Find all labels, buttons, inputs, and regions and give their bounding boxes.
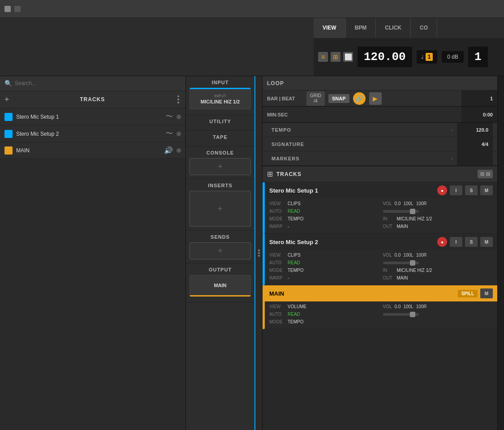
tab-bpm[interactable]: BPM bbox=[346, 18, 376, 38]
auto-label-main: AUTO bbox=[269, 312, 285, 317]
track-1-view-row: VIEW CLIPS bbox=[269, 200, 379, 207]
grid-label: GRID bbox=[310, 93, 321, 99]
track-waveform-icon: 〜 bbox=[166, 112, 173, 121]
track-color bbox=[4, 146, 13, 155]
tracks-more-menu[interactable] bbox=[176, 94, 181, 105]
input-slot[interactable]: INPUT MIC/LINE HIZ 1/2 bbox=[190, 88, 251, 109]
meter-icon: ♩ bbox=[421, 54, 424, 60]
loop-label: LOOP bbox=[267, 80, 284, 86]
tab-click[interactable]: CLICK bbox=[376, 18, 411, 38]
tracks-title: TRACKS bbox=[80, 96, 105, 103]
inserts-section-title: INSERTS bbox=[190, 183, 251, 188]
inserts-add-button[interactable]: + bbox=[190, 191, 251, 227]
bar-beat-label: BAR | BEAT bbox=[267, 96, 303, 101]
spill-button[interactable]: SPILL bbox=[458, 290, 478, 297]
in-label: IN bbox=[383, 216, 394, 221]
snap-button[interactable]: SNAP bbox=[328, 94, 349, 103]
auto-label: AUTO bbox=[269, 209, 285, 214]
main-volume-slider[interactable] bbox=[383, 313, 419, 316]
output-slot-value: MAIN bbox=[214, 283, 226, 288]
track-2-params: VIEW CLIPS VOL 0.0 100L 100R AUTO READ bbox=[265, 250, 497, 285]
vol-label-main: VOL bbox=[383, 304, 392, 309]
vol-label: VOL bbox=[383, 201, 392, 206]
bar-beat-row: BAR | BEAT GRID /4 SNAP 🔗 ▶ 1 bbox=[263, 90, 497, 107]
track-1-record-button[interactable]: ● bbox=[437, 185, 447, 195]
add-track-button[interactable]: + bbox=[4, 95, 9, 104]
channel-strip-panel: INPUT INPUT MIC/LINE HIZ 1/2 UTILITY TAP… bbox=[186, 76, 255, 430]
view-label: VIEW bbox=[269, 201, 285, 206]
main-mode-value: TEMPO bbox=[288, 319, 304, 324]
track-2-vol: 0.0 bbox=[395, 253, 401, 258]
input-slot-label: INPUT bbox=[214, 94, 226, 98]
track-1-mute-button[interactable]: M bbox=[480, 185, 493, 195]
markers-label: MARKERS bbox=[271, 156, 451, 161]
track-2-solo-button[interactable]: S bbox=[465, 237, 478, 247]
track-1-volume-slider[interactable] bbox=[383, 210, 419, 213]
signature-label: SIGNATURE bbox=[271, 142, 452, 147]
track-2-volume-slider[interactable] bbox=[383, 262, 419, 264]
track-2-vol-row: VOL 0.0 100L 100R bbox=[383, 252, 493, 258]
track-2-mode-value: TEMPO bbox=[288, 268, 304, 273]
main-auto-value: READ bbox=[288, 312, 300, 317]
grid-control[interactable]: GRID /4 bbox=[306, 91, 325, 106]
output-slot[interactable]: MAIN bbox=[190, 275, 251, 297]
markers-row: MARKERS › bbox=[263, 151, 497, 166]
bpm-display[interactable]: 120.00 bbox=[358, 47, 412, 67]
track-1-vol: 0.0 bbox=[395, 201, 401, 206]
tab-view[interactable]: VIEW bbox=[314, 18, 346, 38]
db-control[interactable]: 0 dB bbox=[442, 51, 464, 63]
arrow-button[interactable]: ▶ bbox=[369, 92, 382, 105]
toolbar-controls: ≡ ⊞ ⬜ 120.00 ♩ 1 0 dB 1 bbox=[314, 38, 504, 76]
grid-icon[interactable]: ⊞ bbox=[331, 52, 340, 62]
track-status-dot bbox=[177, 148, 181, 153]
track-waveform-icon: 🔊 bbox=[164, 146, 173, 155]
time-position: 0:00 bbox=[483, 112, 493, 117]
view-label-2: VIEW bbox=[269, 253, 285, 258]
main-mute-button[interactable]: M bbox=[480, 288, 493, 298]
view-label-main: VIEW bbox=[269, 304, 285, 309]
channel-input-section: INPUT INPUT MIC/LINE HIZ 1/2 bbox=[186, 76, 254, 115]
track-1-input-value: MIC/LINE HIZ 1/2 bbox=[397, 216, 432, 221]
track-item[interactable]: MAIN 🔊 bbox=[0, 142, 185, 159]
track-1-solo-button[interactable]: S bbox=[465, 185, 478, 195]
min-sec-label: MIN:SEC bbox=[267, 112, 303, 117]
minimize-button[interactable] bbox=[4, 6, 11, 12]
utility-section-title: UTILITY bbox=[190, 119, 251, 124]
console-add-button[interactable]: + bbox=[190, 158, 251, 175]
track-2-vol-l: 100L bbox=[403, 253, 413, 258]
toolbar-tabs: VIEW BPM CLICK CO bbox=[314, 18, 504, 38]
track-name: MAIN bbox=[16, 147, 160, 154]
track-status-dot bbox=[177, 132, 181, 136]
vol-label-2: VOL bbox=[383, 253, 392, 258]
sends-add-button[interactable]: + bbox=[190, 242, 251, 259]
main-track-params: VIEW VOLUME VOL 0.0 100L 100R AUTO READ bbox=[265, 301, 497, 329]
tab-co[interactable]: CO bbox=[411, 18, 437, 38]
track-1-input-button[interactable]: I bbox=[450, 185, 462, 195]
min-sec-row: MIN:SEC 0:00 bbox=[263, 107, 497, 123]
track-item[interactable]: Stero Mic Setup 2 〜 bbox=[0, 125, 185, 142]
transport-icons: ≡ ⊞ ⬜ bbox=[318, 52, 353, 62]
auto-label-2: AUTO bbox=[269, 260, 285, 265]
meter-control[interactable]: ♩ 1 bbox=[417, 50, 438, 64]
tracks-header: + TRACKS bbox=[0, 91, 185, 108]
toolbar-right: VIEW BPM CLICK CO ≡ ⊞ ⬜ 120.00 ♩ 1 0 bbox=[314, 18, 504, 76]
link-button[interactable]: 🔗 bbox=[353, 92, 366, 105]
track-2-input-button[interactable]: I bbox=[450, 237, 462, 247]
channel-console-section: CONSOLE + bbox=[186, 146, 254, 179]
mixer-track-main: MAIN SPILL M VIEW VOLUME VOL 0.0 100L bbox=[263, 285, 497, 329]
list-icon[interactable]: ≡ bbox=[318, 52, 328, 62]
track-2-record-button[interactable]: ● bbox=[437, 237, 447, 247]
resize-handle[interactable] bbox=[255, 76, 263, 430]
console-section-title: CONSOLE bbox=[190, 150, 251, 155]
maximize-button[interactable] bbox=[14, 6, 21, 12]
track-1-warp-value: - bbox=[288, 224, 289, 229]
mixer-view-button[interactable]: ⊟⊟ bbox=[478, 170, 493, 178]
ruler-area: LOOP BAR | BEAT GRID /4 SNAP 🔗 ▶ 1 bbox=[263, 76, 497, 166]
mixer-track-1: Stero Mic Setup 1 ● I S M VIEW CLIPS VOL bbox=[263, 182, 497, 234]
search-input[interactable] bbox=[15, 80, 181, 86]
track-1-header: Stero Mic Setup 1 ● I S M bbox=[265, 182, 497, 198]
track-item[interactable]: Stero Mic Setup 1 〜 bbox=[0, 108, 185, 125]
track-2-mute-button[interactable]: M bbox=[480, 237, 493, 247]
track-2-name: Stero Mic Setup 2 bbox=[269, 239, 435, 245]
detail-icon[interactable]: ⬜ bbox=[343, 52, 353, 62]
